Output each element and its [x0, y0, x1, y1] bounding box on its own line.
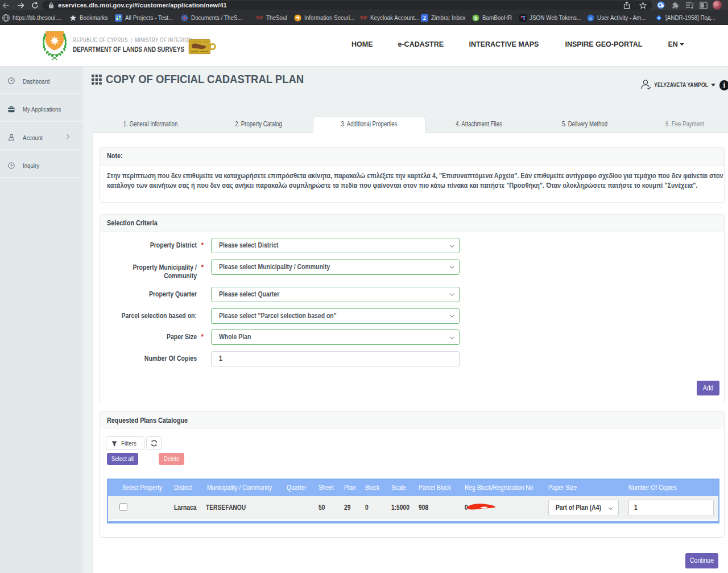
svg-text:TSP: TSP: [360, 16, 367, 20]
svg-text:?: ?: [10, 163, 13, 168]
svg-text:A: A: [589, 15, 593, 20]
svg-text:Z: Z: [423, 15, 427, 21]
svg-text:TSP: TSP: [256, 16, 263, 20]
svg-text:b: b: [474, 15, 477, 20]
